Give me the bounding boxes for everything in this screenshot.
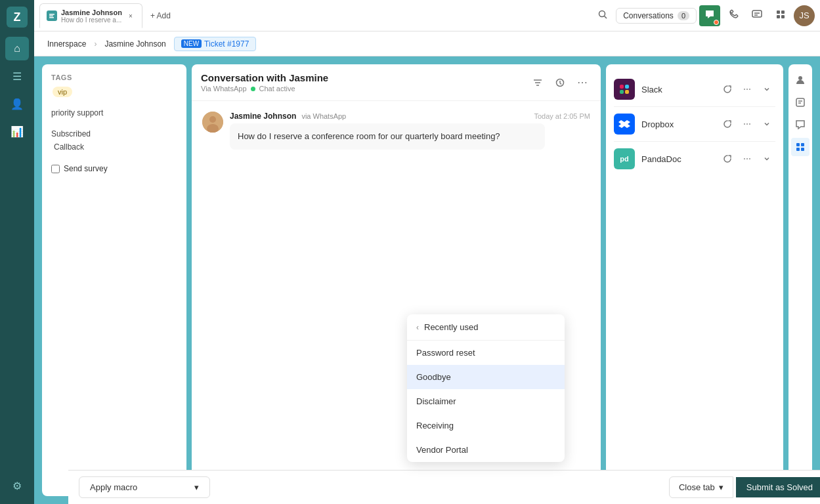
history-button[interactable]	[551, 74, 569, 92]
dropdown-item-vendor-portal[interactable]: Vendor Portal	[407, 438, 565, 462]
dropbox-refresh-button[interactable]	[719, 116, 736, 133]
dropbox-actions: ⋯	[719, 116, 775, 133]
send-survey-checkbox[interactable]	[51, 165, 60, 173]
macro-dropdown-menu: ‹ Recently used Password reset Goodbye D…	[407, 314, 565, 462]
active-tab[interactable]: Jasmine Johnson How do I reserve a... ×	[39, 3, 142, 28]
pandadoc-name: PandaDoc	[641, 154, 712, 164]
user-avatar[interactable]: JS	[794, 5, 815, 26]
phone-icon	[728, 9, 739, 22]
message-text: How do I reserve a conference room for o…	[238, 131, 500, 141]
tab-title: Jasmine Johnson	[61, 9, 122, 16]
add-tab-label: + Add	[150, 11, 171, 20]
dropdown-item-disclaimer[interactable]: Disclaimer	[407, 389, 565, 413]
svg-rect-8	[777, 15, 780, 18]
sidebar-item-reports[interactable]: 📊	[5, 119, 29, 143]
apply-macro-button[interactable]: Apply macro ▾	[79, 476, 210, 498]
search-icon	[597, 9, 608, 22]
message-header: Jasmine Johnson via WhatsApp Today at 2:…	[230, 112, 590, 121]
tab-content: Jasmine Johnson How do I reserve a...	[61, 9, 122, 24]
send-survey-row[interactable]: Send survey	[51, 161, 177, 176]
svg-line-4	[605, 16, 607, 18]
message-bubble: How do I reserve a conference room for o…	[230, 123, 545, 150]
submit-solved-button[interactable]: Submit as Solved	[736, 477, 820, 497]
pandadoc-more-button[interactable]: ⋯	[739, 150, 756, 167]
settings-icon: ⚙	[12, 480, 22, 492]
dropbox-name: Dropbox	[641, 119, 712, 129]
svg-rect-2	[49, 17, 54, 18]
dropdown-item-goodbye[interactable]: Goodbye	[407, 365, 565, 389]
svg-rect-14	[620, 85, 624, 89]
far-right-grid-button[interactable]	[791, 138, 809, 156]
sidebar-item-tickets[interactable]: ☰	[5, 64, 29, 88]
chat-icon	[704, 9, 715, 22]
ticket-badge[interactable]: NEW Ticket #1977	[174, 37, 257, 51]
priority-support-label: priority support	[51, 106, 177, 119]
search-button[interactable]	[592, 5, 613, 26]
far-right-user-button[interactable]	[791, 71, 809, 89]
dropdown-header-label: Recently used	[424, 322, 478, 332]
users-icon: 👤	[11, 98, 24, 110]
breadcrumb-innerspace[interactable]: Innerspace	[42, 37, 91, 51]
message-content: Jasmine Johnson via WhatsApp Today at 2:…	[230, 112, 590, 150]
breadcrumb-jasmine[interactable]: Jasmine Johnson	[99, 37, 171, 51]
filter-button[interactable]	[529, 74, 547, 92]
middle-panel: Conversation with Jasmine Via WhatsApp C…	[192, 64, 601, 496]
sidebar-item-settings[interactable]: ⚙	[5, 474, 29, 497]
conversations-label: Conversations	[623, 11, 674, 20]
dropdown-item-password-reset[interactable]: Password reset	[407, 341, 565, 365]
send-survey-section: Send survey	[51, 161, 177, 176]
callback-label: Callback	[54, 140, 177, 154]
slack-refresh-button[interactable]	[719, 81, 736, 98]
message-button[interactable]	[746, 5, 767, 26]
slack-actions: ⋯	[719, 81, 775, 98]
dropbox-more-button[interactable]: ⋯	[739, 116, 756, 133]
far-right-chat-button[interactable]	[791, 116, 809, 134]
sidebar-item-home[interactable]: ⌂	[5, 37, 29, 60]
conversations-button[interactable]: Conversations 0	[616, 8, 697, 24]
subscribed-section: Subscribed Callback	[51, 127, 177, 154]
pandadoc-collapse-button[interactable]	[758, 150, 775, 167]
pandadoc-refresh-button[interactable]	[719, 150, 736, 167]
slack-more-button[interactable]: ⋯	[739, 81, 756, 98]
dropbox-collapse-button[interactable]	[758, 116, 775, 133]
sidebar-item-users[interactable]: 👤	[5, 92, 29, 116]
left-panel: Tags vip priority support Subscribed Cal…	[42, 64, 186, 496]
svg-rect-23	[801, 148, 804, 151]
topbar: Jasmine Johnson How do I reserve a... × …	[34, 0, 820, 32]
dropdown-item-receiving[interactable]: Receiving	[407, 413, 565, 438]
tab-close-button[interactable]: ×	[126, 11, 135, 20]
topbar-actions: JS	[699, 5, 815, 26]
far-right-notes-button[interactable]	[791, 93, 809, 112]
conversation-meta: Via WhatsApp Chat active	[201, 85, 328, 93]
add-tab-button[interactable]: + Add	[145, 9, 176, 23]
tab-ticket-icon	[47, 10, 57, 21]
tags-section: Tags vip	[51, 74, 177, 98]
svg-rect-6	[777, 10, 780, 14]
close-tab-button[interactable]: Close tab ▾	[669, 476, 733, 498]
slack-name: Slack	[641, 85, 712, 94]
sidebar-logo[interactable]: Z	[7, 7, 28, 28]
slack-collapse-button[interactable]	[758, 81, 775, 98]
slack-integration: Slack ⋯	[614, 72, 775, 107]
svg-rect-17	[625, 90, 629, 94]
svg-rect-5	[752, 10, 762, 17]
conversation-header: Conversation with Jasmine Via WhatsApp C…	[192, 64, 601, 101]
svg-rect-16	[620, 90, 624, 94]
apply-macro-chevron: ▾	[194, 482, 199, 492]
ticket-number: Ticket #1977	[204, 39, 249, 49]
message-sender-name: Jasmine Johnson	[230, 112, 296, 121]
slack-icon	[614, 79, 635, 100]
chat-active-indicator	[251, 87, 255, 91]
message-icon	[752, 9, 762, 22]
dropdown-back-button[interactable]: ‹	[416, 323, 419, 332]
chat-notification-badge	[714, 20, 719, 25]
pandadoc-integration: pd PandaDoc ⋯	[614, 142, 775, 176]
chat-button[interactable]	[699, 5, 720, 26]
vip-tag[interactable]: vip	[53, 87, 72, 97]
content-area: Tags vip priority support Subscribed Cal…	[34, 56, 820, 504]
phone-button[interactable]	[723, 5, 744, 26]
grid-button[interactable]	[770, 5, 791, 26]
more-options-button[interactable]: ⋯	[573, 74, 592, 92]
message-timestamp: Today at 2:05 PM	[534, 112, 590, 120]
bottom-bar: Apply macro ▾ Close tab ▾ Submit as Solv…	[68, 470, 820, 504]
